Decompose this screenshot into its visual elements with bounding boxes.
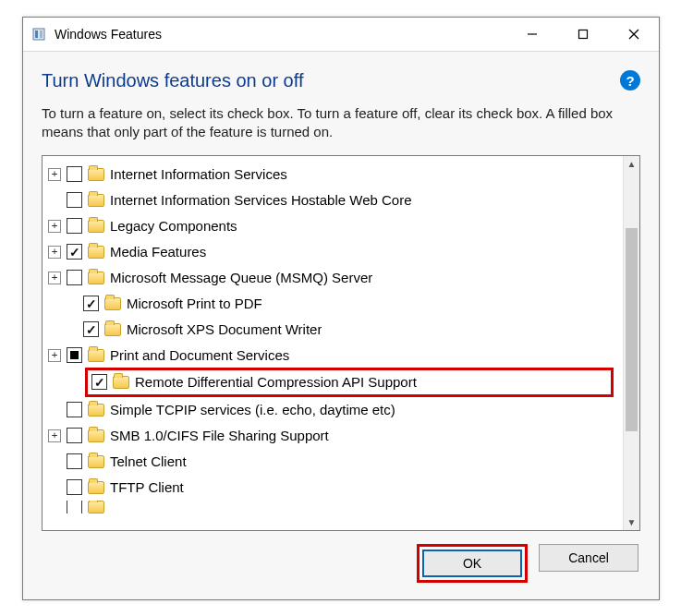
feature-label: Internet Information Services Hostable W…: [110, 192, 412, 208]
content-area: Turn Windows features on or off ? To tur…: [23, 52, 659, 599]
app-icon: [30, 26, 47, 42]
expand-spacer: [65, 297, 78, 310]
folder-icon: [88, 220, 104, 233]
expand-spacer: [48, 501, 61, 513]
feature-row[interactable]: Remote Differential Compression API Supp…: [85, 368, 614, 397]
feature-checkbox[interactable]: [83, 296, 99, 311]
feature-label: Microsoft Message Queue (MSMQ) Server: [110, 270, 372, 285]
scroll-track[interactable]: [624, 173, 639, 514]
feature-checkbox[interactable]: [67, 270, 82, 285]
folder-icon: [88, 481, 104, 494]
svg-rect-0: [33, 29, 44, 40]
close-icon: [628, 29, 639, 40]
feature-row[interactable]: TFTP Client: [43, 475, 623, 501]
svg-rect-1: [35, 30, 38, 38]
scrollbar[interactable]: ▲ ▼: [623, 156, 639, 531]
feature-label: Media Features: [110, 244, 206, 260]
scroll-down-icon[interactable]: ▼: [624, 513, 639, 530]
feature-checkbox[interactable]: [67, 166, 82, 182]
feature-checkbox[interactable]: [83, 321, 99, 337]
feature-row[interactable]: +Print and Document Services: [43, 343, 623, 368]
windows-features-dialog: Windows Features Turn Windows features o…: [22, 17, 660, 600]
feature-label: SMB 1.0/CIFS File Sharing Support: [110, 428, 329, 443]
feature-checkbox[interactable]: [67, 192, 82, 208]
ok-button-highlight: OK: [417, 544, 528, 583]
window-title: Windows Features: [55, 27, 162, 42]
folder-icon: [88, 429, 104, 442]
folder-icon: [104, 297, 121, 310]
feature-row[interactable]: Internet Information Services Hostable W…: [43, 187, 623, 213]
ok-button[interactable]: OK: [422, 550, 522, 577]
folder-icon: [88, 501, 104, 513]
feature-checkbox[interactable]: [67, 428, 82, 443]
feature-row[interactable]: Microsoft XPS Document Writer: [43, 317, 623, 343]
expand-spacer: [48, 455, 61, 468]
feature-checkbox[interactable]: [91, 374, 107, 390]
folder-icon: [88, 168, 104, 181]
feature-row[interactable]: Simple TCPIP services (i.e. echo, daytim…: [43, 397, 623, 423]
feature-label: Internet Information Services: [110, 166, 287, 182]
feature-checkbox[interactable]: [67, 402, 82, 417]
folder-icon: [88, 455, 104, 468]
maximize-icon: [578, 29, 589, 40]
folder-icon: [88, 246, 104, 259]
cancel-button[interactable]: Cancel: [539, 544, 638, 572]
expand-icon[interactable]: +: [48, 246, 61, 259]
expand-spacer: [65, 323, 78, 336]
feature-label: Simple TCPIP services (i.e. echo, daytim…: [110, 402, 395, 417]
expand-icon[interactable]: +: [48, 272, 61, 284]
feature-label: Microsoft XPS Document Writer: [127, 321, 322, 337]
svg-rect-2: [40, 30, 43, 38]
feature-checkbox[interactable]: [67, 347, 82, 363]
scroll-up-icon[interactable]: ▲: [624, 156, 639, 173]
feature-label: Legacy Components: [110, 218, 237, 234]
feature-label: Remote Differential Compression API Supp…: [135, 374, 417, 390]
folder-icon: [104, 323, 121, 336]
feature-label: Telnet Client: [110, 453, 187, 469]
svg-rect-4: [578, 30, 587, 39]
folder-icon: [113, 376, 129, 389]
expand-spacer: [48, 194, 61, 207]
help-icon[interactable]: ?: [620, 70, 640, 91]
folder-icon: [88, 404, 104, 417]
feature-row[interactable]: Telnet Client: [43, 449, 623, 475]
feature-row[interactable]: +Internet Information Services: [43, 162, 623, 187]
expand-spacer: [48, 481, 61, 494]
dialog-footer: OK Cancel: [42, 531, 640, 596]
feature-row[interactable]: [43, 501, 623, 513]
folder-icon: [88, 272, 104, 284]
titlebar: Windows Features: [23, 18, 659, 51]
expand-spacer: [48, 404, 61, 417]
close-button[interactable]: [608, 18, 659, 51]
feature-checkbox[interactable]: [67, 453, 82, 469]
feature-row[interactable]: +Media Features: [43, 239, 623, 265]
feature-label: TFTP Client: [110, 479, 184, 495]
folder-icon: [88, 349, 104, 362]
feature-checkbox[interactable]: [67, 501, 82, 513]
feature-label: Microsoft Print to PDF: [127, 296, 262, 311]
dialog-heading: Turn Windows features on or off: [42, 70, 620, 91]
feature-checkbox[interactable]: [67, 479, 82, 495]
minimize-button[interactable]: [506, 18, 557, 51]
feature-row[interactable]: +Legacy Components: [43, 213, 623, 239]
minimize-icon: [527, 29, 538, 40]
expand-icon[interactable]: +: [48, 168, 61, 181]
maximize-button[interactable]: [557, 18, 608, 51]
feature-row[interactable]: Microsoft Print to PDF: [43, 291, 623, 317]
dialog-description: To turn a feature on, select its check b…: [42, 104, 640, 142]
expand-icon[interactable]: +: [48, 349, 61, 362]
expand-icon[interactable]: +: [48, 220, 61, 233]
feature-label: Print and Document Services: [110, 347, 289, 363]
feature-checkbox[interactable]: [67, 218, 82, 234]
features-tree: +Internet Information ServicesInternet I…: [42, 155, 640, 532]
feature-row[interactable]: +Microsoft Message Queue (MSMQ) Server: [43, 265, 623, 291]
folder-icon: [88, 194, 104, 207]
feature-row[interactable]: +SMB 1.0/CIFS File Sharing Support: [43, 423, 623, 449]
feature-checkbox[interactable]: [67, 244, 82, 260]
expand-icon[interactable]: +: [48, 429, 61, 442]
scroll-thumb[interactable]: [626, 228, 638, 431]
